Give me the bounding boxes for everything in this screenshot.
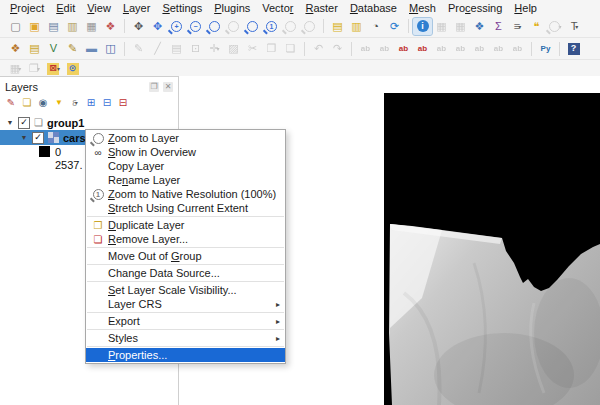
expand-all-button[interactable]: ⊞: [83, 95, 99, 110]
float-panel-button[interactable]: ❐: [149, 82, 159, 92]
menubar-item-edit[interactable]: Edit: [50, 2, 81, 14]
open-layer-styling-panel-button[interactable]: ✎: [3, 95, 19, 110]
select-features-toolbar-icon: ▦: [436, 21, 446, 32]
select-by-location-button[interactable]: ⊙: [63, 61, 82, 76]
menu-item-layer-crs[interactable]: Layer CRS▸: [86, 297, 285, 311]
group-expand-arrow[interactable]: ▼: [6, 119, 14, 126]
zoom-to-native-resolution-button[interactable]: 1: [262, 18, 281, 35]
menu-item-zoom-to-layer[interactable]: Zoom to Layer: [86, 131, 285, 145]
identify-features-button[interactable]: i: [413, 18, 432, 35]
add-delimited-text-layer-button[interactable]: ▬: [82, 40, 101, 57]
menubar-item-database[interactable]: Database: [344, 2, 403, 14]
toggle-unplaced-labels-button[interactable]: ab: [413, 40, 432, 57]
menu-item-zoom-to-native-resolution-100[interactable]: 1Zoom to Native Resolution (100%): [86, 187, 285, 201]
menubar-item-vector[interactable]: Vector: [256, 2, 299, 14]
menu-item-export[interactable]: Export▸: [86, 314, 285, 328]
zoom-in-button[interactable]: +: [167, 18, 186, 35]
close-panel-button[interactable]: ✕: [163, 82, 173, 92]
menubar-item-mesh[interactable]: Mesh: [403, 2, 442, 14]
collapse-all-button[interactable]: ⊟: [99, 95, 115, 110]
new-annotation-icon: [549, 21, 560, 32]
menubar-item-layer[interactable]: Layer: [117, 2, 157, 14]
new-annotation-button: ▾: [546, 18, 565, 35]
layer-group-row[interactable]: ▼ ✓ ❏ group1: [0, 115, 178, 130]
submenu-arrow-icon: ▸: [276, 317, 283, 326]
text-annotation-button[interactable]: T▾: [565, 18, 584, 35]
menu-item-show-in-overview[interactable]: ∞Show in Overview: [86, 145, 285, 159]
legend-swatch: [39, 146, 50, 157]
zoom-out-button[interactable]: −: [186, 18, 205, 35]
select-features-by-area-dropdown-icon[interactable]: ▾: [18, 65, 21, 72]
show-spatial-bookmarks-icon: ▥: [351, 21, 361, 32]
new-spatial-bookmark-button[interactable]: ▤: [328, 18, 347, 35]
manage-map-themes-button[interactable]: ◉: [35, 95, 51, 110]
submenu-arrow-icon: ▸: [276, 334, 283, 343]
group-checkbox[interactable]: ✓: [18, 117, 30, 129]
zoom-full-extent-button[interactable]: [205, 18, 224, 35]
zoom-to-layer-button[interactable]: [243, 18, 262, 35]
map-tips-icon: ❝: [534, 21, 540, 32]
group-label[interactable]: group1: [47, 117, 84, 129]
add-group-button[interactable]: ❏: [19, 95, 35, 110]
duplicate-layer-icon: ❐: [88, 220, 108, 231]
menu-item-stretch-using-current-extent[interactable]: Stretch Using Current Extent: [86, 201, 285, 215]
menubar-item-plugins[interactable]: Plugins: [208, 2, 256, 14]
text-annotation-dropdown-icon[interactable]: ▾: [575, 23, 578, 30]
menubar-item-project[interactable]: Project: [4, 2, 50, 14]
new-project-button[interactable]: ▢: [6, 18, 25, 35]
menu-item-label: Duplicate Layer: [108, 219, 283, 231]
deselect-features-all-layers-dropdown-icon[interactable]: ▾: [57, 65, 60, 72]
processing-toolbox-button[interactable]: ❖: [470, 18, 489, 35]
menubar-item-processing[interactable]: Processing: [442, 2, 508, 14]
menu-item-copy-layer[interactable]: Copy Layer: [86, 159, 285, 173]
new-print-layout-button[interactable]: ▥: [63, 18, 82, 35]
show-spatial-bookmarks-button[interactable]: ▥: [347, 18, 366, 35]
measure-line-button[interactable]: ≡▾: [508, 18, 527, 35]
data-source-manager-button[interactable]: ❖: [6, 40, 25, 57]
menu-item-remove-layer[interactable]: ❏Remove Layer...: [86, 232, 285, 246]
temporal-controller-button[interactable]: ◔: [366, 18, 385, 35]
menu-item-rename-layer[interactable]: Rename Layer: [86, 173, 285, 187]
menu-item-label: Remove Layer...: [108, 233, 283, 245]
layer-expand-arrow[interactable]: ▼: [20, 134, 28, 141]
highlight-pinned-labels-button[interactable]: ab: [394, 40, 413, 57]
save-project-button[interactable]: ▤: [44, 18, 63, 35]
menu-item-move-out-of-group[interactable]: Move Out of Group: [86, 249, 285, 263]
layer-checkbox[interactable]: ✓: [32, 132, 44, 144]
select-features-by-area-button: ▦▾: [6, 61, 25, 76]
filter-legend-by-expression-button[interactable]: ε▾: [67, 95, 83, 110]
cut-features-button: ✂: [243, 40, 262, 57]
menu-item-change-data-source[interactable]: Change Data Source...: [86, 266, 285, 280]
menu-item-set-layer-scale-visibility[interactable]: Set Layer Scale Visibility...: [86, 283, 285, 297]
pan-map-to-selection-button[interactable]: ✥: [148, 18, 167, 35]
python-console-button[interactable]: Py: [536, 40, 555, 57]
new-virtual-layer-button[interactable]: ◫: [101, 40, 120, 57]
deselect-features-all-layers-button[interactable]: ⊠▾: [44, 61, 63, 76]
help-button[interactable]: ?: [564, 40, 583, 57]
new-shapefile-layer-button[interactable]: V: [44, 40, 63, 57]
new-geopackage-layer-button[interactable]: ▤: [25, 40, 44, 57]
show-layout-manager-button[interactable]: ▦: [82, 18, 101, 35]
pan-map-button[interactable]: ✥: [129, 18, 148, 35]
paste-features-icon: ❏: [286, 43, 296, 54]
filter-legend-by-expression-dropdown-icon[interactable]: ▾: [75, 99, 78, 106]
statistical-summary-button[interactable]: Σ: [489, 18, 508, 35]
menu-item-properties[interactable]: Properties...: [86, 348, 285, 362]
open-project-button[interactable]: ▣: [25, 18, 44, 35]
filter-legend-button[interactable]: ▼: [51, 95, 67, 110]
remove-layer-group-button[interactable]: ⊟: [115, 95, 131, 110]
refresh-map-button[interactable]: ⟳: [385, 18, 404, 35]
new-temporary-scratch-layer-button[interactable]: ✎: [63, 40, 82, 57]
menubar-item-view[interactable]: View: [81, 2, 117, 14]
menubar-item-settings[interactable]: Settings: [156, 2, 208, 14]
style-manager-button[interactable]: ❖: [101, 18, 120, 35]
menubar-item-help[interactable]: Help: [508, 2, 543, 14]
deselect-features-dropdown-icon[interactable]: ▾: [37, 65, 40, 72]
menu-item-styles[interactable]: Styles▸: [86, 331, 285, 345]
menu-item-duplicate-layer[interactable]: ❐Duplicate Layer: [86, 218, 285, 232]
map-tips-button[interactable]: ❝: [527, 18, 546, 35]
vertex-tool-dropdown-icon[interactable]: ▾: [217, 45, 220, 52]
measure-line-dropdown-icon[interactable]: ▾: [518, 23, 521, 30]
current-edits-icon: ✎: [134, 43, 143, 54]
menubar-item-raster[interactable]: Raster: [299, 2, 343, 14]
